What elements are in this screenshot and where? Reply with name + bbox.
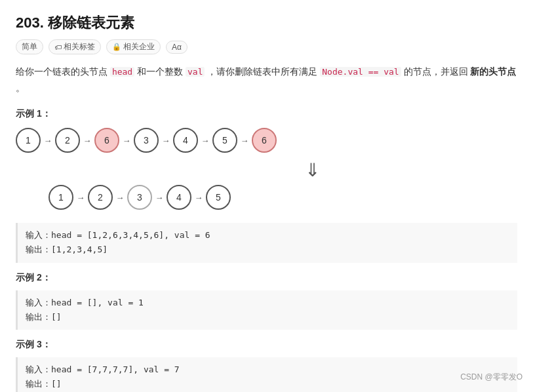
text-new-head: 新的头节点 (470, 66, 516, 77)
example-1-input-label: 输入： (26, 230, 51, 240)
example-3-block: 输入：head = [7,7,7,7], val = 7 输出：[] (16, 357, 517, 392)
list-after-row: 1 → 2 → 3 → 4 → 5 (16, 185, 231, 210)
example-2-output: 输出：[] (26, 310, 509, 324)
tags-row: 简单 🏷 相关标签 🔒 相关企业 Aα (16, 39, 517, 54)
example-1-title: 示例 1： (16, 108, 517, 120)
node-1-after: 1 (49, 185, 73, 210)
list-before-row: 1 → 2 → 6 → 3 → 4 → 5 → 6 (16, 128, 277, 153)
example-3-input-value: head = [7,7,7,7], val = 7 (51, 364, 180, 374)
node-1-before: 1 (16, 128, 41, 153)
example-1-block: 输入：head = [1,2,6,3,4,5,6], val = 6 输出：[1… (16, 223, 517, 262)
node-5-after: 5 (206, 185, 231, 210)
example-3-input: 输入：head = [7,7,7,7], val = 7 (26, 363, 509, 377)
arrow-a3: → (152, 193, 167, 203)
example-2-block: 输入：head = [], val = 1 输出：[] (16, 290, 517, 330)
diagram-container: 1 → 2 → 6 → 3 → 4 → 5 → 6 ⇓ 1 → 2 → 3 → … (16, 128, 517, 212)
code-condition: Node.val == val (320, 67, 401, 77)
example-2-input-value: head = [], val = 1 (51, 298, 144, 307)
node-4-before: 4 (173, 128, 198, 153)
arrow-a2: → (113, 193, 127, 203)
tag-font-label: Aα (172, 43, 182, 52)
example-1-input-value: head = [1,2,6,3,4,5,6], val = 6 (51, 230, 210, 240)
tag-font[interactable]: Aα (166, 41, 188, 54)
down-arrow-icon: ⇓ (305, 159, 320, 181)
example-3-output-label: 输出： (26, 379, 51, 389)
code-val: val (186, 67, 205, 77)
example-2-section: 示例 2： 输入：head = [], val = 1 输出：[] (16, 272, 517, 330)
arrow-4: → (159, 136, 173, 146)
example-3-output: 输出：[] (26, 377, 509, 391)
page-title: 203. 移除链表元素 (16, 13, 517, 33)
node-4-after: 4 (167, 185, 191, 210)
example-1-section: 示例 1： 1 → 2 → 6 → 3 → 4 → 5 → 6 ⇓ 1 → 2 … (16, 108, 517, 262)
example-1-output-value: [1,2,3,4,5] (51, 245, 108, 254)
problem-description: 给你一个链表的头节点 head 和一个整数 val ，请你删除链表中所有满足 N… (16, 64, 517, 96)
example-1-output-label: 输出： (26, 245, 51, 254)
arrow-a1: → (73, 193, 88, 203)
arrow-6: → (237, 136, 252, 146)
tag-icon: 🏷 (54, 43, 62, 51)
example-1-output: 输出：[1,2,3,4,5] (26, 243, 509, 257)
tag-company-label: 相关企业 (123, 41, 155, 52)
tag-difficulty[interactable]: 简单 (16, 39, 43, 54)
tag-related-tags[interactable]: 🏷 相关标签 (49, 39, 101, 54)
example-2-output-label: 输出： (26, 312, 51, 322)
example-3-output-value: [] (51, 379, 62, 389)
node-3-after: 3 (127, 185, 152, 210)
example-3-input-label: 输入： (26, 364, 51, 374)
arrow-a4: → (191, 193, 206, 203)
node-3-before: 3 (134, 128, 159, 153)
example-2-input: 输入：head = [], val = 1 (26, 296, 509, 310)
tag-related-label: 相关标签 (64, 41, 95, 52)
footer-brand: CSDN @零零发O (460, 372, 523, 383)
tag-difficulty-label: 简单 (22, 41, 37, 52)
arrow-5: → (198, 136, 212, 146)
lock-icon: 🔒 (112, 43, 121, 51)
example-2-title: 示例 2： (16, 272, 517, 284)
node-5-before: 5 (212, 128, 237, 153)
node-6a-before: 6 (94, 128, 119, 153)
down-arrow-container: ⇓ (16, 155, 517, 185)
arrow-2: → (80, 136, 94, 146)
example-1-input: 输入：head = [1,2,6,3,4,5,6], val = 6 (26, 228, 509, 243)
node-6b-before: 6 (252, 128, 277, 153)
example-3-section: 示例 3： 输入：head = [7,7,7,7], val = 7 输出：[] (16, 339, 517, 392)
code-head: head (110, 67, 134, 77)
arrow-3: → (119, 136, 134, 146)
example-2-output-value: [] (51, 312, 62, 322)
node-2-before: 2 (55, 128, 80, 153)
tag-company[interactable]: 🔒 相关企业 (106, 39, 161, 54)
example-3-title: 示例 3： (16, 339, 517, 351)
node-2-after: 2 (88, 185, 113, 210)
arrow-1: → (41, 136, 55, 146)
example-2-input-label: 输入： (26, 298, 51, 307)
